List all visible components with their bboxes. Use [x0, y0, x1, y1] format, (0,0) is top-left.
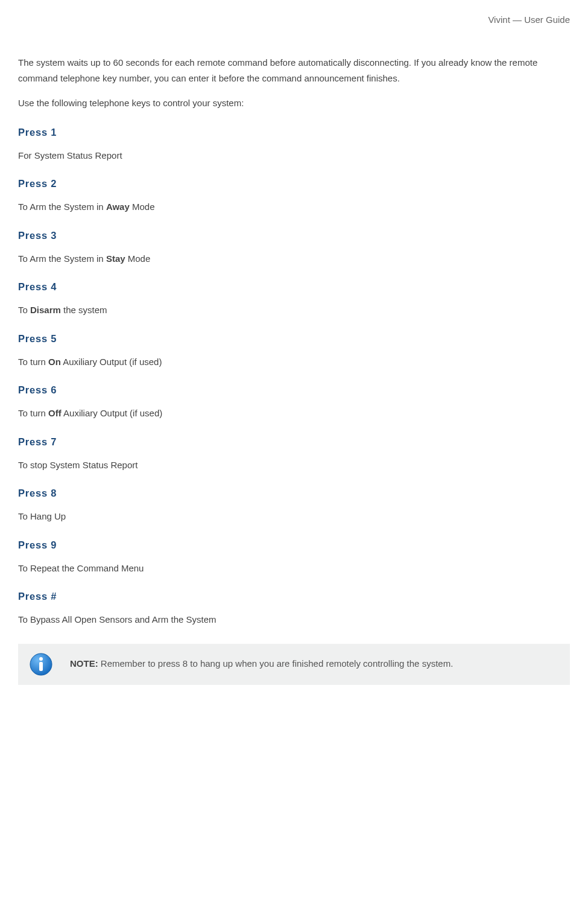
- press-6-bold: Off: [48, 408, 62, 418]
- press-4-post: the system: [61, 305, 107, 315]
- page-container: Vivint — User Guide The system waits up …: [0, 0, 588, 875]
- press-2-body: To Arm the System in Away Mode: [18, 200, 570, 214]
- press-3-bold: Stay: [106, 253, 125, 264]
- press-7-pre: To stop System Status Report: [18, 460, 138, 470]
- info-icon: [29, 652, 53, 676]
- svg-rect-2: [39, 662, 43, 671]
- note-box: NOTE: Remember to press 8 to hang up whe…: [18, 644, 570, 685]
- press-5-pre: To turn: [18, 357, 48, 367]
- press-5-post: Auxiliary Output (if used): [61, 357, 162, 367]
- press-5-body: To turn On Auxiliary Output (if used): [18, 355, 570, 369]
- press-4-pre: To: [18, 305, 30, 315]
- press-3-post: Mode: [125, 253, 151, 264]
- press-6-post: Auxiliary Output (if used): [62, 408, 163, 418]
- intro-paragraph-2: Use the following telephone keys to cont…: [18, 95, 570, 111]
- press-8-body: To Hang Up: [18, 510, 570, 524]
- press-7-body: To stop System Status Report: [18, 459, 570, 472]
- header-title: Vivint — User Guide: [18, 12, 570, 25]
- press-8-heading: Press 8: [18, 488, 570, 499]
- press-2-post: Mode: [130, 202, 155, 212]
- note-label: NOTE:: [70, 658, 98, 669]
- press-1-body: For System Status Report: [18, 149, 570, 163]
- press-hash-pre: To Bypass All Open Sensors and Arm the S…: [18, 614, 217, 625]
- press-hash-body: To Bypass All Open Sensors and Arm the S…: [18, 613, 570, 627]
- press-3-heading: Press 3: [18, 230, 570, 241]
- press-6-heading: Press 6: [18, 384, 570, 396]
- svg-point-1: [39, 657, 43, 661]
- press-3-body: To Arm the System in Stay Mode: [18, 252, 570, 266]
- press-9-pre: To Repeat the Command Menu: [18, 563, 144, 573]
- intro-paragraph-1: The system waits up to 60 seconds for ea…: [18, 55, 570, 86]
- press-2-pre: To Arm the System in: [18, 202, 106, 212]
- press-2-bold: Away: [106, 202, 130, 212]
- press-1-pre: For System Status Report: [18, 150, 122, 161]
- press-4-body: To Disarm the system: [18, 304, 570, 317]
- press-4-bold: Disarm: [30, 305, 61, 315]
- press-5-bold: On: [48, 357, 61, 367]
- press-9-heading: Press 9: [18, 539, 570, 551]
- press-6-body: To turn Off Auxiliary Output (if used): [18, 407, 570, 421]
- note-text: NOTE: Remember to press 8 to hang up whe…: [70, 657, 453, 671]
- note-body: Remember to press 8 to hang up when you …: [98, 658, 454, 669]
- press-6-pre: To turn: [18, 408, 48, 418]
- press-3-pre: To Arm the System in: [18, 253, 106, 264]
- press-9-body: To Repeat the Command Menu: [18, 562, 570, 576]
- press-hash-heading: Press #: [18, 591, 570, 602]
- press-8-pre: To Hang Up: [18, 511, 66, 521]
- press-7-heading: Press 7: [18, 436, 570, 448]
- press-1-heading: Press 1: [18, 127, 570, 138]
- press-5-heading: Press 5: [18, 333, 570, 345]
- press-2-heading: Press 2: [18, 178, 570, 189]
- press-4-heading: Press 4: [18, 281, 570, 293]
